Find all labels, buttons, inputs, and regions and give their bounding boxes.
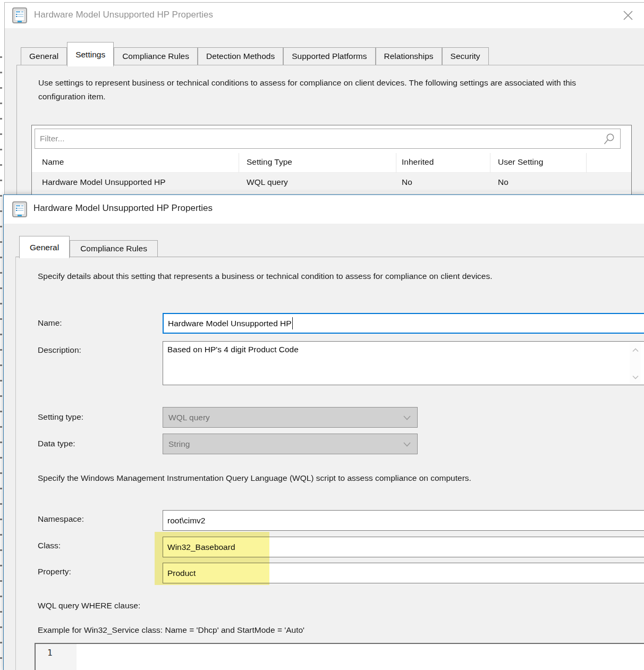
description-field[interactable]: Based on HP's 4 digit Product Code bbox=[163, 341, 644, 385]
setting-type-value: WQL query bbox=[168, 413, 210, 422]
setting-type-label: Setting type: bbox=[38, 412, 83, 422]
tab-security[interactable]: Security bbox=[442, 47, 489, 65]
background-window-edge bbox=[0, 43, 2, 667]
tab-general[interactable]: General bbox=[19, 236, 70, 258]
name-value: Hardware Model Unsupported HP bbox=[168, 319, 292, 328]
col-header-name[interactable]: Name bbox=[42, 152, 64, 172]
setting-properties-dialog: Hardware Model Unsupported HP Properties… bbox=[3, 194, 644, 670]
back-tabstrip: General Settings Compliance Rules Detect… bbox=[21, 42, 489, 65]
data-type-select[interactable]: String bbox=[163, 434, 418, 454]
front-tabstrip: General Compliance Rules bbox=[19, 236, 158, 257]
description-scrollbar bbox=[630, 343, 641, 384]
tab-settings[interactable]: Settings bbox=[67, 42, 114, 66]
back-dialog-title: Hardware Model Unsupported HP Properties bbox=[34, 10, 213, 20]
wql-query-editor[interactable]: 1 bbox=[35, 643, 644, 670]
back-titlebar: Hardware Model Unsupported HP Properties bbox=[5, 3, 644, 28]
scroll-down-icon[interactable] bbox=[632, 372, 639, 381]
general-intro-text: Specify details about this setting that … bbox=[38, 269, 616, 283]
setting-type-select[interactable]: WQL query bbox=[163, 407, 418, 428]
description-value: Based on HP's 4 digit Product Code bbox=[167, 345, 299, 354]
name-field[interactable]: Hardware Model Unsupported HP bbox=[163, 313, 644, 334]
tab-general[interactable]: General bbox=[21, 47, 67, 65]
editor-gutter: 1 bbox=[36, 644, 77, 670]
filter-input[interactable] bbox=[35, 129, 620, 148]
namespace-value: root\cimv2 bbox=[167, 516, 206, 525]
back-properties-dialog: Hardware Model Unsupported HP Properties… bbox=[4, 2, 644, 196]
data-type-value: String bbox=[168, 439, 190, 449]
text-caret bbox=[292, 317, 293, 329]
front-dialog-title: Hardware Model Unsupported HP Properties bbox=[33, 203, 213, 214]
where-example-text: Example for Win32_Service class: Name = … bbox=[38, 625, 304, 635]
where-clause-label: WQL query WHERE clause: bbox=[38, 601, 140, 610]
property-label: Property: bbox=[38, 567, 71, 576]
row-user-setting: No bbox=[498, 173, 509, 192]
back-settings-tabpage: Use settings to represent business or te… bbox=[16, 65, 644, 197]
class-label: Class: bbox=[38, 541, 61, 550]
filter-field bbox=[35, 129, 621, 149]
namespace-label: Namespace: bbox=[38, 514, 84, 524]
col-header-setting-type[interactable]: Setting Type bbox=[247, 152, 292, 172]
row-inherited: No bbox=[402, 173, 412, 192]
namespace-field[interactable]: root\cimv2 bbox=[163, 510, 644, 531]
chevron-down-icon bbox=[403, 439, 411, 449]
table-row[interactable]: Hardware Model Unsupported HP WQL query … bbox=[32, 173, 631, 192]
screen: Hardware Model Unsupported HP Properties… bbox=[0, 0, 644, 670]
search-icon[interactable] bbox=[603, 133, 615, 148]
data-type-label: Data type: bbox=[38, 439, 75, 448]
settings-intro-text: Use settings to represent business or te… bbox=[38, 76, 611, 104]
row-setting-type: WQL query bbox=[247, 173, 288, 192]
table-header-row: Name Setting Type Inherited User Setting bbox=[32, 152, 631, 173]
property-value: Product bbox=[167, 569, 196, 578]
scroll-up-icon[interactable] bbox=[632, 345, 639, 354]
properties-window-icon bbox=[12, 201, 27, 219]
close-icon[interactable] bbox=[621, 9, 635, 22]
col-header-user-setting[interactable]: User Setting bbox=[498, 152, 543, 172]
chevron-down-icon bbox=[403, 413, 411, 422]
editor-line-number: 1 bbox=[47, 648, 53, 658]
tab-supported-platforms[interactable]: Supported Platforms bbox=[283, 47, 375, 65]
class-value: Win32_Baseboard bbox=[167, 542, 235, 552]
col-header-inherited[interactable]: Inherited bbox=[402, 152, 434, 172]
property-field[interactable]: Product bbox=[163, 563, 644, 583]
tab-detection-methods[interactable]: Detection Methods bbox=[198, 47, 283, 65]
wql-instruction-text: Specify the Windows Management Instrumen… bbox=[38, 471, 643, 485]
row-name: Hardware Model Unsupported HP bbox=[42, 173, 166, 192]
tab-compliance-rules[interactable]: Compliance Rules bbox=[114, 47, 198, 65]
front-titlebar: Hardware Model Unsupported HP Properties bbox=[4, 195, 644, 224]
name-label: Name: bbox=[38, 318, 62, 328]
class-field[interactable]: Win32_Baseboard bbox=[163, 537, 644, 557]
tab-relationships[interactable]: Relationships bbox=[376, 47, 442, 65]
properties-window-icon bbox=[12, 7, 27, 26]
description-label: Description: bbox=[38, 345, 81, 355]
tab-compliance-rules[interactable]: Compliance Rules bbox=[70, 240, 158, 257]
